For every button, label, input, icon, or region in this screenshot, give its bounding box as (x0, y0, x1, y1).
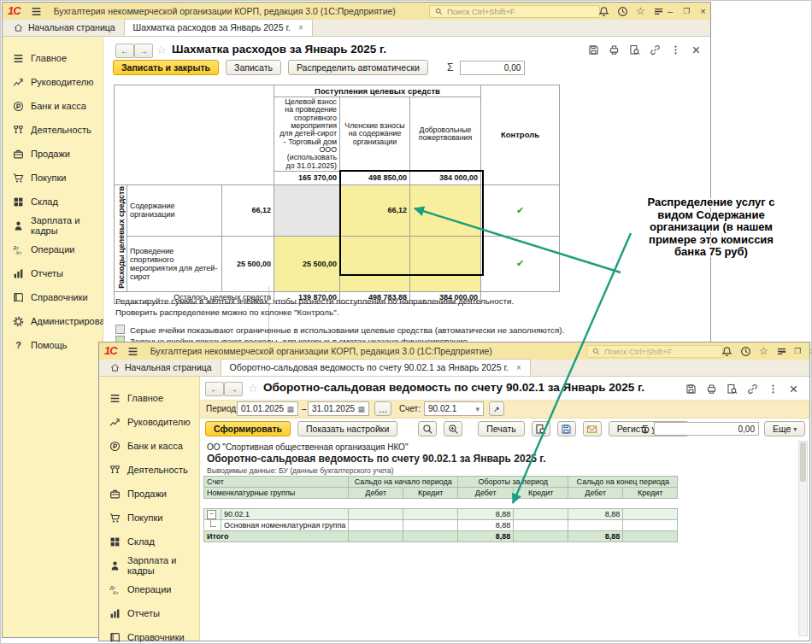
more-dots-icon[interactable] (670, 44, 681, 56)
advanced-find-button[interactable] (444, 421, 462, 436)
sidebar-item-deyatelnost[interactable]: Деятельность (99, 458, 199, 482)
back-button[interactable]: ← (205, 382, 224, 396)
favorite-star-icon[interactable]: ☆ (248, 382, 258, 395)
sidebar-item-spravochniki[interactable]: Справочники (99, 625, 199, 644)
minimize-button[interactable]: – (668, 3, 673, 20)
tab-close-icon[interactable]: × (298, 23, 303, 32)
save-icon[interactable] (588, 44, 599, 56)
sidebar-item-operatsii[interactable]: Операции (99, 577, 199, 601)
report-cell[interactable] (568, 520, 623, 531)
date-from-field[interactable]: 01.01.2025▦ (237, 401, 298, 416)
more-button[interactable]: Еще ▾ (764, 421, 805, 436)
sidebar-item-pokupki[interactable]: Покупки (99, 506, 199, 530)
print-button[interactable]: Печать (478, 421, 524, 436)
editable-cell[interactable]: 25 500,00 (274, 237, 340, 291)
sidebar-item-otchety[interactable]: Отчеты (3, 261, 103, 285)
sum-field[interactable]: 0,00 (460, 61, 525, 75)
save-button[interactable]: Записать (226, 60, 281, 75)
favorite-star-icon[interactable]: ☆ (156, 44, 167, 56)
sidebar-item-bank-i-kassa[interactable]: Банк и касса (3, 94, 103, 118)
report-cell[interactable] (349, 520, 403, 531)
tab-home[interactable]: Начальная страница (101, 359, 221, 376)
tab-osv[interactable]: Оборотно-сальдовая ведомость по счету 90… (221, 359, 531, 376)
functions-menu-icon[interactable] (653, 6, 664, 17)
favorites-star-icon[interactable]: ☆ (636, 5, 645, 17)
more-dots-icon[interactable] (768, 383, 779, 395)
forward-button[interactable]: → (224, 382, 243, 396)
report-cell[interactable] (403, 509, 458, 520)
main-menu-icon[interactable] (31, 6, 42, 17)
sidebar-item-prodazhi[interactable]: Продажи (99, 482, 199, 506)
report-cell[interactable] (349, 509, 403, 520)
sidebar-item-glavnoe[interactable]: Главное (99, 386, 199, 410)
report-cell[interactable] (403, 520, 458, 531)
search-input[interactable] (447, 7, 596, 16)
main-menu-icon[interactable] (127, 346, 138, 357)
sidebar-item-operatsii[interactable]: Операции (3, 237, 103, 261)
global-search[interactable] (429, 5, 600, 18)
minimize-button[interactable]: – (780, 342, 786, 360)
sidebar-item-zarplata[interactable]: Зарплата и кадры (99, 553, 199, 577)
period-options-button[interactable]: … (374, 401, 391, 416)
calendar-icon[interactable]: ▦ (286, 405, 294, 413)
sidebar-item-sklad[interactable]: Склад (99, 530, 199, 553)
sidebar-item-administrirovanie[interactable]: Администрирование (3, 309, 103, 333)
auto-distribute-button[interactable]: Распределить автоматически (288, 60, 428, 75)
open-account-button[interactable]: ↗ (489, 401, 504, 416)
report-cell[interactable] (623, 509, 678, 520)
link-icon[interactable] (650, 44, 661, 56)
editable-cell[interactable] (340, 237, 410, 291)
save-close-button[interactable]: Записать и закрыть (113, 60, 219, 75)
find-button[interactable] (418, 421, 437, 436)
tab-home[interactable]: Начальная страница (4, 19, 124, 36)
collapse-icon[interactable]: − (207, 510, 216, 519)
restore-button[interactable]: ❐ (683, 3, 690, 20)
search-input[interactable] (604, 347, 719, 356)
forward-button[interactable]: → (134, 44, 153, 58)
tab-close-icon[interactable]: × (516, 363, 521, 372)
print-icon[interactable] (609, 44, 620, 56)
group-row-label[interactable]: Основная номенклатурная группа (221, 520, 349, 531)
report-cell[interactable] (514, 520, 568, 531)
account-row-label[interactable]: 90.02.1 (221, 509, 349, 520)
sidebar-item-spravochniki[interactable]: Справочники (3, 285, 103, 309)
account-field[interactable]: 90.02.1▾ (424, 401, 484, 416)
sidebar-item-rukovoditelyu[interactable]: Руководителю (3, 70, 103, 94)
report-cell[interactable]: 8,88 (458, 520, 514, 531)
send-email-button[interactable] (583, 421, 602, 436)
sidebar-item-otchety[interactable]: Отчеты (99, 601, 199, 625)
save-report-button[interactable] (557, 421, 576, 436)
sidebar-item-zarplata[interactable]: Зарплата и кадры (3, 214, 103, 237)
report-cell[interactable] (514, 509, 568, 520)
report-scrollbar[interactable] (798, 441, 808, 636)
report-cell[interactable] (623, 520, 678, 531)
report-cell[interactable]: 8,88 (458, 509, 514, 520)
generate-button[interactable]: Сформировать (205, 421, 291, 436)
show-settings-button[interactable]: Показать настройки (297, 421, 397, 436)
preview-button[interactable] (532, 421, 550, 436)
sum-field[interactable]: 0,00 (654, 422, 759, 436)
scrollbar-thumb[interactable] (800, 442, 806, 482)
calendar-icon[interactable]: ▦ (357, 405, 365, 413)
sidebar-item-sklad[interactable]: Склад (3, 190, 103, 214)
sidebar-item-pokupki[interactable]: Покупки (3, 166, 103, 190)
history-clock-icon[interactable] (740, 346, 751, 357)
date-to-field[interactable]: 31.01.2025▦ (308, 401, 369, 416)
notifications-bell-icon[interactable] (721, 346, 733, 357)
favorites-star-icon[interactable]: ☆ (759, 345, 768, 357)
editable-cell[interactable]: 66,12 (340, 184, 410, 236)
back-button[interactable]: ← (115, 44, 134, 58)
editable-cell[interactable] (410, 237, 481, 291)
dropdown-icon[interactable]: ▾ (475, 405, 480, 413)
history-clock-icon[interactable] (617, 6, 628, 17)
sidebar-item-bank-i-kassa[interactable]: Банк и касса (99, 434, 199, 458)
editable-cell[interactable] (410, 184, 481, 236)
sidebar-item-glavnoe[interactable]: Главное (3, 46, 103, 70)
sidebar-item-pomosch[interactable]: ?Помощь (3, 333, 103, 357)
close-button[interactable]: × (700, 3, 705, 20)
preview-icon[interactable] (727, 383, 738, 395)
sidebar-item-deyatelnost[interactable]: Деятельность (3, 118, 103, 142)
link-icon[interactable] (747, 383, 758, 395)
sidebar-item-prodazhi[interactable]: Продажи (3, 142, 103, 166)
tab-shahmatka[interactable]: Шахматка расходов за Январь 2025 г. × (124, 19, 313, 36)
